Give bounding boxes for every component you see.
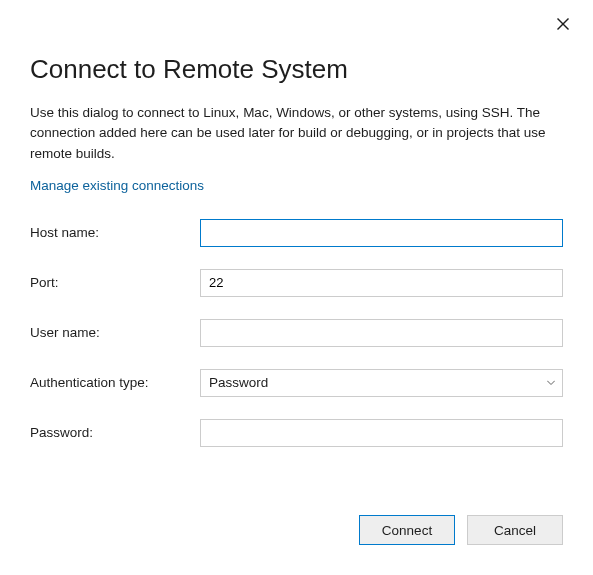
auth-type-select[interactable]: Password <box>200 369 563 397</box>
dialog-description: Use this dialog to connect to Linux, Mac… <box>30 103 563 164</box>
close-button[interactable] <box>553 14 573 34</box>
user-name-label: User name: <box>30 325 200 340</box>
port-row: Port: <box>30 269 563 297</box>
host-name-row: Host name: <box>30 219 563 247</box>
cancel-button[interactable]: Cancel <box>467 515 563 545</box>
auth-type-row: Authentication type: Password <box>30 369 563 397</box>
password-row: Password: <box>30 419 563 447</box>
host-name-label: Host name: <box>30 225 200 240</box>
port-input[interactable] <box>200 269 563 297</box>
connect-button[interactable]: Connect <box>359 515 455 545</box>
auth-type-label: Authentication type: <box>30 375 200 390</box>
dialog-button-row: Connect Cancel <box>359 515 563 545</box>
host-name-input[interactable] <box>200 219 563 247</box>
port-label: Port: <box>30 275 200 290</box>
password-input[interactable] <box>200 419 563 447</box>
user-name-row: User name: <box>30 319 563 347</box>
password-label: Password: <box>30 425 200 440</box>
close-icon <box>557 18 569 30</box>
auth-type-value: Password <box>209 375 268 390</box>
manage-connections-link[interactable]: Manage existing connections <box>30 178 204 193</box>
dialog-title: Connect to Remote System <box>30 54 563 85</box>
auth-type-select-wrap: Password <box>200 369 563 397</box>
connect-remote-dialog: Connect to Remote System Use this dialog… <box>0 0 593 575</box>
connection-form: Host name: Port: User name: Authenticati… <box>30 219 563 447</box>
user-name-input[interactable] <box>200 319 563 347</box>
